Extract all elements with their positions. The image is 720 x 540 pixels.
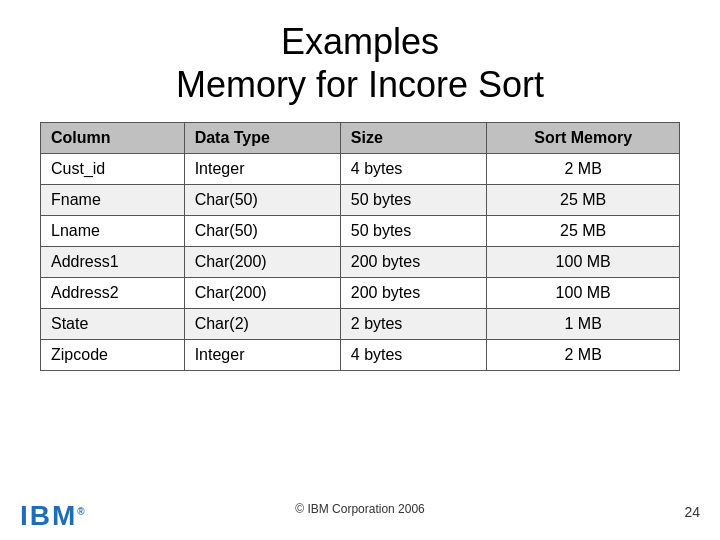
table-row: ZipcodeInteger4 bytes2 MB <box>41 340 680 371</box>
registered-trademark: ® <box>77 506 86 517</box>
table-cell: Address2 <box>41 278 185 309</box>
table-cell: Integer <box>184 340 340 371</box>
page-number: 24 <box>684 504 700 520</box>
table-row: Address2Char(200)200 bytes100 MB <box>41 278 680 309</box>
table-cell: 2 bytes <box>340 309 487 340</box>
table-cell: 2 MB <box>487 340 680 371</box>
table-cell: Integer <box>184 154 340 185</box>
data-table: Column Data Type Size Sort Memory Cust_i… <box>40 122 680 371</box>
table-cell: 2 MB <box>487 154 680 185</box>
table-row: StateChar(2)2 bytes1 MB <box>41 309 680 340</box>
table-cell: Char(200) <box>184 278 340 309</box>
table-header-row: Column Data Type Size Sort Memory <box>41 123 680 154</box>
footer: IBM® © IBM Corporation 2006 24 <box>0 502 720 530</box>
table-cell: 50 bytes <box>340 216 487 247</box>
table-cell: 200 bytes <box>340 247 487 278</box>
table-cell: Char(50) <box>184 216 340 247</box>
table-cell: Char(50) <box>184 185 340 216</box>
table-cell: Zipcode <box>41 340 185 371</box>
table-cell: State <box>41 309 185 340</box>
table-cell: 50 bytes <box>340 185 487 216</box>
page-container: Examples Memory for Incore Sort Column D… <box>0 0 720 540</box>
ibm-wordmark: IBM® <box>20 502 87 530</box>
table-cell: 1 MB <box>487 309 680 340</box>
page-title: Examples Memory for Incore Sort <box>176 20 544 106</box>
col-header-datatype: Data Type <box>184 123 340 154</box>
table-row: Cust_idInteger4 bytes2 MB <box>41 154 680 185</box>
table-cell: Cust_id <box>41 154 185 185</box>
table-cell: 100 MB <box>487 278 680 309</box>
table-cell: Char(2) <box>184 309 340 340</box>
table-row: LnameChar(50)50 bytes25 MB <box>41 216 680 247</box>
table-row: Address1Char(200)200 bytes100 MB <box>41 247 680 278</box>
table-cell: 200 bytes <box>340 278 487 309</box>
ibm-logo: IBM® <box>20 502 87 530</box>
copyright-text: © IBM Corporation 2006 <box>295 502 425 516</box>
table-cell: Lname <box>41 216 185 247</box>
col-header-column: Column <box>41 123 185 154</box>
table-cell: Fname <box>41 185 185 216</box>
table-cell: 4 bytes <box>340 340 487 371</box>
col-header-sortmemory: Sort Memory <box>487 123 680 154</box>
table-cell: Char(200) <box>184 247 340 278</box>
table-cell: Address1 <box>41 247 185 278</box>
table-cell: 100 MB <box>487 247 680 278</box>
table-cell: 25 MB <box>487 185 680 216</box>
table-cell: 4 bytes <box>340 154 487 185</box>
col-header-size: Size <box>340 123 487 154</box>
table-row: FnameChar(50)50 bytes25 MB <box>41 185 680 216</box>
table-cell: 25 MB <box>487 216 680 247</box>
